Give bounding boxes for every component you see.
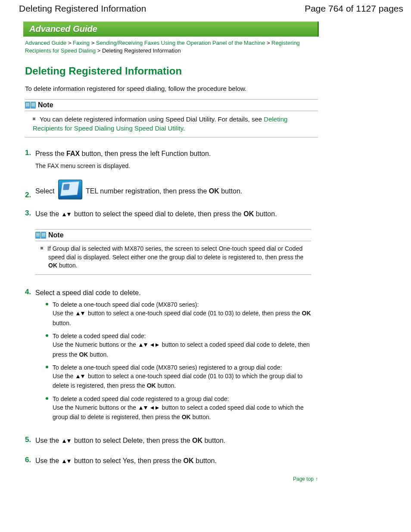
bullet-text: button to select a one-touch speed dial … xyxy=(53,373,302,389)
ok-label: OK xyxy=(182,414,191,420)
svg-rect-14 xyxy=(41,232,46,239)
step-number: 5. xyxy=(25,436,35,446)
heading-h1: Deleting Registered Information xyxy=(25,65,318,77)
up-down-icon xyxy=(139,404,148,413)
step-4: 4. Select a speed dial code to delete. T… xyxy=(25,288,318,426)
up-down-icon xyxy=(76,310,85,318)
step-text: Use the xyxy=(35,437,61,444)
step-number: 6. xyxy=(25,456,35,467)
step-3: 3. Use the button to select the speed di… xyxy=(25,209,318,220)
note-text: If Group dial is selected with MX870 ser… xyxy=(47,245,303,261)
bullet-title: To delete a one-touch speed dial code (M… xyxy=(53,301,199,308)
svg-rect-6 xyxy=(31,104,35,105)
step-text: Press the xyxy=(35,150,66,157)
up-arrow-icon: ↑ xyxy=(315,476,318,482)
step-text: button to select the speed dial to delet… xyxy=(72,210,244,218)
breadcrumb: Advanced Guide > Faxing > Sending/Receiv… xyxy=(25,39,318,55)
list-item: To delete a coded speed dial code: Use t… xyxy=(53,332,318,359)
up-down-icon xyxy=(139,341,148,350)
crumb-sep: > xyxy=(68,40,73,46)
bullet-text: button. xyxy=(191,414,211,420)
svg-marker-21 xyxy=(144,343,147,347)
ok-label: OK xyxy=(192,437,202,444)
note-block-inner: Note If Group dial is selected with MX87… xyxy=(35,229,318,275)
page-top-link[interactable]: Page top xyxy=(293,476,314,482)
step-6: 6. Use the button to select Yes, then pr… xyxy=(25,456,318,467)
bullet-text: Use the Numeric buttons or the xyxy=(53,341,138,348)
svg-rect-1 xyxy=(26,103,29,104)
svg-rect-17 xyxy=(42,236,45,236)
guide-banner: Advanced Guide xyxy=(23,22,319,37)
step-text: button. xyxy=(219,187,242,195)
step-text: Select xyxy=(35,187,56,195)
step-text: button to select Delete, then press the xyxy=(72,437,192,444)
page-title: Deleting Registered Information xyxy=(19,3,146,14)
crumb-sep: > xyxy=(97,47,102,54)
svg-rect-16 xyxy=(42,234,45,235)
note-block: Note You can delete registered informati… xyxy=(25,99,318,137)
step-text: button, then press the left Function but… xyxy=(80,150,211,157)
svg-marker-23 xyxy=(156,343,159,347)
svg-marker-8 xyxy=(62,213,66,216)
step-text: button to select Yes, then press the xyxy=(72,457,184,464)
svg-marker-19 xyxy=(81,312,84,315)
bullet-text: button. xyxy=(156,382,176,389)
crumb-advanced-guide[interactable]: Advanced Guide xyxy=(25,40,66,46)
ok-label: OK xyxy=(243,210,254,218)
bullet-title: To delete a one-touch speed dial code (M… xyxy=(53,364,282,371)
svg-marker-27 xyxy=(144,406,147,410)
note-icon xyxy=(35,231,47,239)
svg-rect-0 xyxy=(25,102,30,109)
crumb-faxing[interactable]: Faxing xyxy=(73,40,90,46)
ok-label: OK xyxy=(184,457,194,464)
note-label: Note xyxy=(48,231,64,239)
svg-rect-4 xyxy=(31,102,36,109)
step-text: button. xyxy=(194,457,217,464)
svg-marker-33 xyxy=(67,460,71,463)
page-indicator: Page 764 of 1127 pages xyxy=(305,3,403,14)
step-text: Use the xyxy=(35,210,61,218)
bullet-text: Use the Numeric buttons or the xyxy=(53,404,138,411)
svg-marker-32 xyxy=(62,460,66,463)
up-down-icon xyxy=(62,210,72,220)
svg-rect-12 xyxy=(36,234,40,235)
bullet-text: Use the xyxy=(53,373,75,380)
step-1: 1. Press the FAX button, then press the … xyxy=(25,149,318,170)
svg-rect-7 xyxy=(31,106,35,106)
up-down-icon xyxy=(76,373,85,381)
svg-rect-13 xyxy=(36,236,40,236)
intro-text: To delete information registered for spe… xyxy=(25,85,318,92)
left-right-icon xyxy=(150,341,159,350)
list-item: To delete a coded speed dial code regist… xyxy=(53,395,318,422)
svg-marker-9 xyxy=(67,213,71,216)
step-subtext: The FAX menu screen is displayed. xyxy=(35,162,318,170)
fax-label: FAX xyxy=(66,150,80,157)
svg-rect-10 xyxy=(35,232,40,239)
ok-label: OK xyxy=(302,310,311,317)
step-2: 2. Select TEL number registration, then … xyxy=(25,180,318,199)
bullet-icon xyxy=(40,247,43,249)
crumb-sep: > xyxy=(91,40,96,46)
up-down-icon xyxy=(62,436,72,446)
svg-rect-3 xyxy=(26,106,29,106)
ok-label: OK xyxy=(209,187,219,195)
svg-marker-20 xyxy=(139,343,143,347)
bullet-icon xyxy=(33,118,35,120)
svg-marker-30 xyxy=(62,439,66,443)
note-text-end: . xyxy=(183,124,185,132)
list-item: To delete a one-touch speed dial code (M… xyxy=(53,300,318,327)
crumb-sending-receiving[interactable]: Sending/Receiving Faxes Using the Operat… xyxy=(96,40,265,46)
step-text: button. xyxy=(202,437,225,444)
ok-label: OK xyxy=(147,382,156,389)
svg-marker-25 xyxy=(81,375,84,378)
svg-rect-5 xyxy=(31,103,35,104)
note-label: Note xyxy=(38,101,53,109)
note-icon xyxy=(25,101,36,109)
bullet-text: Use the xyxy=(53,310,75,317)
bullet-title: To delete a coded speed dial code: xyxy=(53,333,146,339)
svg-marker-28 xyxy=(150,406,154,410)
step-text: button. xyxy=(254,210,277,218)
step-text: Use the xyxy=(35,457,61,464)
svg-rect-11 xyxy=(36,233,40,234)
ok-label: OK xyxy=(79,351,88,358)
